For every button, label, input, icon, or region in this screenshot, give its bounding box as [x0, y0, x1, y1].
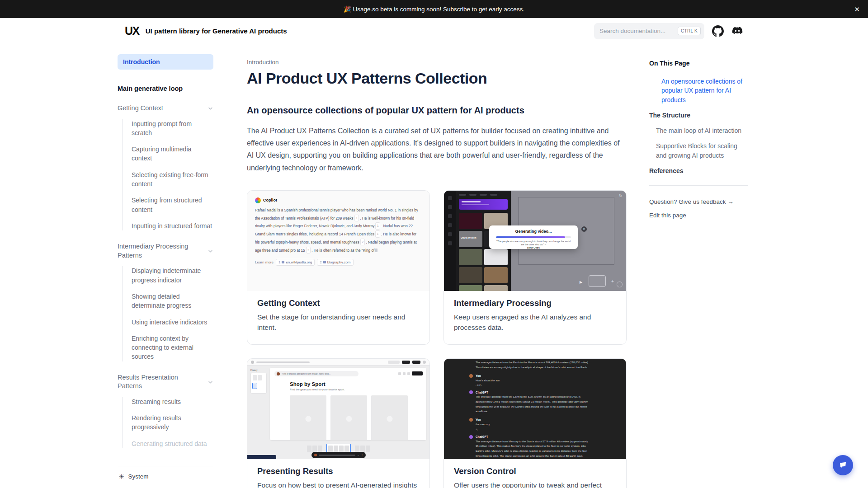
corner-toast: [247, 455, 276, 459]
theme-label: System: [128, 473, 148, 480]
sidebar-item[interactable]: Inputting in structured format: [132, 221, 213, 230]
toc-link[interactable]: The Structure: [649, 111, 748, 120]
category-card: Running Everything you need for every mi…: [330, 395, 367, 440]
toolbar-button: [388, 361, 400, 364]
sidebar-item[interactable]: Enriching context by connecting to exter…: [132, 334, 213, 361]
site-logo[interactable]: UX: [125, 24, 139, 38]
sidebar-section-heading: Main generative loop: [118, 85, 213, 92]
quote-author: Steve Jobs: [489, 246, 578, 249]
image-placeholder: [371, 395, 408, 440]
card-version-control[interactable]: The average distance from the Earth to t…: [443, 358, 627, 488]
citation-chip: 1: [375, 222, 380, 229]
toc-link-active[interactable]: An opensource collections of popular UX …: [649, 77, 748, 104]
sidebar-item-introduction[interactable]: Introduction: [118, 54, 213, 70]
video-thumbnail: [459, 267, 482, 283]
search-input[interactable]: Search documentation... CTRL K: [594, 23, 704, 39]
shop-subheading: Find the gear you need for your favorite…: [290, 388, 426, 391]
chatgpt-screenshot: The average distance from the Earth to t…: [444, 359, 626, 459]
user-label: You: [476, 374, 481, 377]
feedback-link[interactable]: Question? Give us feedback →: [649, 198, 748, 205]
sidebar-item[interactable]: Generating structured data: [132, 439, 213, 448]
toc-title: On This Page: [649, 60, 748, 67]
refresh-icon: ↻: [619, 194, 622, 198]
theme-toggle[interactable]: ☀ System: [118, 466, 213, 488]
user-avatar: [469, 374, 473, 378]
card-presenting-results[interactable]: History A list of product categories wit…: [247, 358, 430, 488]
assistant-label: ChatGPT: [476, 391, 488, 394]
sidebar-item[interactable]: Inputting prompt from scratch: [132, 119, 213, 138]
typing-cursor: [375, 249, 377, 252]
sidebar-item[interactable]: Streaming results: [132, 397, 213, 406]
shop-heading: Shop by Sport: [290, 381, 426, 387]
card-description: Keep users engaged as the AI analyzes an…: [454, 312, 616, 333]
avatar: [314, 454, 317, 456]
favicon-icon: [282, 261, 284, 263]
sidebar-item[interactable]: Selecting existing free-form content: [132, 170, 213, 189]
sidebar-group-getting-context[interactable]: Getting Context: [118, 104, 213, 113]
card-title: Getting Context: [257, 298, 420, 308]
chat-input-pill: → ↑: [311, 452, 366, 458]
toc-footer: Question? Give us feedback → Edit this p…: [649, 198, 748, 219]
play-icon: ▶: [580, 280, 582, 284]
search-placeholder: Search documentation...: [599, 28, 665, 34]
category-card: Football Command the field in game-ready…: [371, 395, 410, 440]
card-getting-context[interactable]: Copilot Rafael Nadal is a Spanish profes…: [247, 190, 430, 345]
sidebar-group-intermediary-processing[interactable]: Intermediary Processing Patterns: [118, 242, 213, 260]
copilot-logo-icon: [255, 197, 261, 203]
toolbar-button: [402, 361, 410, 364]
card-body: Presenting Results Focus on how best to …: [247, 459, 429, 488]
header-actions: Search documentation... CTRL K: [594, 23, 743, 39]
toc-link[interactable]: Supportive Blocks for scaling and growin…: [649, 141, 748, 160]
source-number: 1: [278, 260, 280, 264]
sidebar-nav: Introduction Main generative loop Gettin…: [118, 54, 213, 466]
github-icon[interactable]: [712, 25, 724, 37]
video-thumbnail: Olivia Wilson: [459, 231, 482, 247]
source-chip: 2 biography.com: [317, 259, 353, 266]
discord-icon[interactable]: [731, 25, 743, 37]
assistant-message: The average distance from Mercury to the…: [476, 439, 590, 460]
carousel-page: [307, 446, 322, 452]
announcement-text: 🎉 Usage.so beta is comming soon! Subscri…: [344, 5, 524, 13]
progress-bar: [496, 236, 571, 238]
sidebar-item[interactable]: Using interactive indicators: [132, 318, 213, 327]
copilot-header: Copilot: [255, 197, 422, 203]
sun-icon: ☀: [118, 473, 124, 480]
history-thumbnails: [250, 373, 267, 394]
toc-link[interactable]: References: [649, 166, 748, 175]
card-thumbnail: The average distance from the Earth to t…: [444, 359, 626, 459]
card-title: Intermediary Processing: [454, 298, 616, 308]
toc-link[interactable]: The main loop of AI interaction: [649, 126, 748, 135]
sidebar-group-results-presentation[interactable]: Results Presentation Patterns: [118, 373, 213, 391]
category-card: Basketball Styles made for your game: [290, 395, 326, 440]
canvas-actions: [398, 371, 423, 375]
source-domain: biography.com: [327, 260, 351, 264]
video-editor-screenshot: Olivia Wilson: [444, 191, 626, 291]
zoom-control-icon: [617, 282, 623, 287]
sidebar: Introduction Main generative loop Gettin…: [118, 44, 213, 488]
sidebar-item[interactable]: Selecting from structured content: [132, 196, 213, 214]
learn-more-label: Learn more: [255, 260, 274, 264]
video-thumbnail: [484, 249, 508, 265]
chevron-down-icon: [208, 105, 213, 111]
chat-widget-button[interactable]: [833, 455, 853, 475]
source-domain: en.wikipedia.org: [286, 260, 312, 264]
avatar: [277, 372, 280, 375]
sidebar-item[interactable]: Displaying indeterminate progress indica…: [132, 266, 213, 285]
carousel-page: [355, 446, 370, 452]
announcement-banner: 🎉 Usage.so beta is comming soon! Subscri…: [0, 0, 868, 18]
prompt-input: A list of product categories with image,…: [274, 371, 359, 376]
close-icon[interactable]: ✕: [854, 6, 860, 13]
sidebar-group-label: Getting Context: [118, 104, 163, 113]
citation-chip: 1: [375, 230, 380, 237]
sidebar-item[interactable]: Showing detailed determinate progress: [132, 292, 213, 310]
card-description: Offer users the opportunity to tweak and…: [454, 480, 616, 488]
card-intermediary-processing[interactable]: Olivia Wilson: [443, 190, 627, 345]
toolbar-button: [412, 361, 420, 364]
sidebar-sublist: Displaying indeterminate progress indica…: [122, 266, 213, 361]
breadcrumb: Introduction: [247, 59, 627, 66]
editor-icon-rail: [444, 191, 456, 291]
copilot-app-name: Copilot: [263, 198, 277, 202]
sidebar-item[interactable]: Capturing multimedia context: [132, 145, 213, 163]
sidebar-item[interactable]: Rendering results progressively: [132, 413, 213, 432]
edit-page-link[interactable]: Edit this page: [649, 212, 748, 219]
